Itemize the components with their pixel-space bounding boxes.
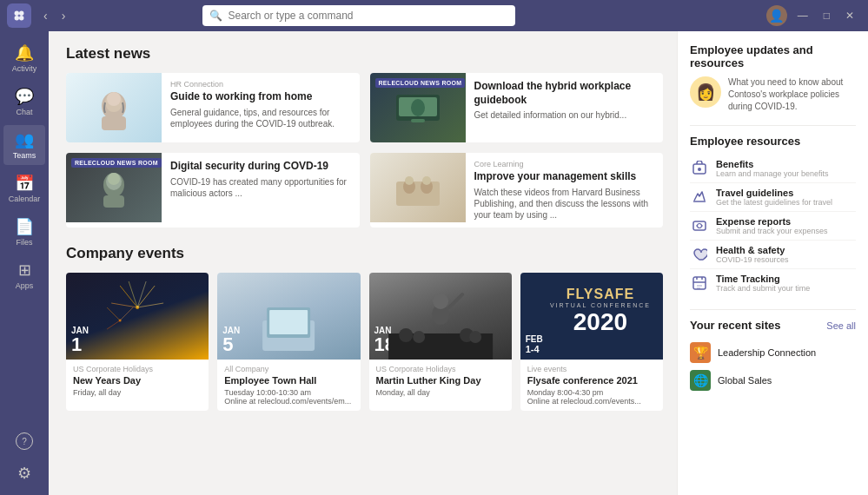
calendar-icon: 📅	[15, 174, 34, 193]
events-grid: JAN 1	[66, 273, 663, 411]
site-item-leadership[interactable]: 🏆 Leadership Connection	[690, 339, 856, 366]
news-section-title: Latest news	[66, 45, 663, 63]
see-all-button[interactable]: See all	[826, 320, 856, 331]
sidebar-label-teams: Teams	[13, 151, 36, 160]
event-body-2: All Company Employee Town Hall Tuesday 1…	[217, 360, 360, 411]
resource-list: Benefits Learn and manage your benefits …	[690, 155, 856, 297]
settings-icon: ⚙	[17, 464, 31, 483]
news-thumb-3: RELECLOUD NEWS ROOM	[66, 153, 162, 222]
resource-item-health[interactable]: Health & safety COVID-19 resources	[690, 241, 856, 269]
sidebar: 🔔 Activity 💬 Chat 👥 Teams 📅 Calendar 📄 F…	[0, 31, 49, 495]
news-grid: HR Connection Guide to working from home…	[66, 73, 663, 228]
resource-item-expense[interactable]: Expense reports Submit and track your ex…	[690, 212, 856, 241]
event-card-4[interactable]: FEB 1-4 FLYSAFE VIRTUAL CONFERENCE 2020 …	[520, 273, 663, 411]
svg-line-27	[137, 281, 146, 307]
svg-point-39	[399, 328, 413, 342]
event-category-2: All Company	[224, 365, 353, 373]
event-card-1[interactable]: JAN 1	[66, 273, 209, 411]
svg-point-2	[15, 16, 19, 20]
minimize-button[interactable]: —	[791, 8, 815, 23]
resource-item-travel[interactable]: Travel guidelines Get the latest guideli…	[690, 183, 856, 212]
news-source-1: HR Connection	[170, 80, 353, 89]
global-sales-logo: 🌐	[690, 370, 711, 391]
search-bar[interactable]: 🔍	[202, 5, 515, 26]
activity-icon: 🔔	[15, 43, 34, 63]
event-time-2: Tuesday 10:00-10:30 am Online at releclo…	[224, 388, 353, 406]
sidebar-label-calendar: Calendar	[9, 195, 41, 203]
maximize-button[interactable]: □	[817, 8, 837, 23]
svg-point-20	[422, 176, 431, 185]
nav-back-button[interactable]: ‹	[38, 7, 53, 24]
resource-title-benefits: Benefits	[716, 159, 856, 169]
titlebar-controls: 👤 — □ ✕	[766, 5, 861, 26]
resource-body-time: Time Tracking Track and submit your time	[716, 274, 856, 293]
sidebar-bottom: ? ⚙	[3, 427, 45, 488]
divider-2	[690, 309, 856, 310]
sidebar-label-activity: Activity	[12, 64, 37, 73]
apps-icon: ⊞	[18, 261, 31, 280]
travel-icon	[690, 188, 709, 207]
resource-title-travel: Travel guidelines	[716, 188, 856, 198]
resource-desc-time: Track and submit your time	[716, 284, 856, 293]
files-icon: 📄	[15, 217, 34, 236]
resource-body-health: Health & safety COVID-19 resources	[716, 245, 856, 264]
expense-icon	[690, 216, 709, 235]
resource-title-expense: Expense reports	[716, 216, 856, 227]
right-panel: Employee updates and resources 👩 What yo…	[677, 31, 868, 495]
svg-point-44	[698, 168, 701, 171]
main-content: Latest news	[49, 31, 677, 495]
nav-forward-button[interactable]: ›	[56, 7, 71, 24]
teams-icon: 👥	[15, 130, 34, 149]
svg-rect-47	[693, 277, 706, 289]
news-thumb-4	[370, 153, 466, 222]
resource-body-travel: Travel guidelines Get the latest guideli…	[716, 188, 856, 207]
event-title-2: Employee Town Hall	[224, 375, 353, 386]
sidebar-item-activity[interactable]: 🔔 Activity	[3, 38, 45, 78]
svg-rect-14	[103, 195, 124, 208]
news-card-1[interactable]: HR Connection Guide to working from home…	[66, 73, 360, 142]
benefits-icon	[690, 159, 709, 178]
employee-updates-title: Employee updates and resources	[690, 43, 856, 69]
news-card-2[interactable]: RELECLOUD NEWS ROOM Download the hybrid …	[370, 73, 664, 142]
svg-point-42	[469, 331, 481, 343]
news-desc-1: General guidance, tips, and resources fo…	[170, 107, 353, 129]
sidebar-item-help[interactable]: ?	[3, 427, 45, 455]
event-card-2[interactable]: JAN 5 All Company Employee Town Hall Tue…	[217, 273, 360, 411]
svg-rect-11	[411, 119, 425, 122]
flysafe-sub: VIRTUAL CONFERENCE	[550, 302, 651, 308]
event-title-1: New Years Day	[73, 375, 202, 386]
sidebar-item-apps[interactable]: ⊞ Apps	[3, 255, 45, 295]
leadership-logo: 🏆	[690, 342, 711, 363]
news-desc-3: COVID-19 has created many opportunities …	[170, 176, 353, 199]
svg-point-15	[108, 173, 120, 185]
resource-item-benefits[interactable]: Benefits Learn and manage your benefits	[690, 155, 856, 183]
sidebar-item-files[interactable]: 📄 Files	[3, 212, 45, 252]
close-button[interactable]: ✕	[838, 8, 861, 23]
site-name-leadership: Leadership Connection	[718, 347, 816, 358]
news-card-3[interactable]: RELECLOUD NEWS ROOM Digital security dur…	[66, 153, 360, 228]
news-card-4[interactable]: Core Learning Improve your management sk…	[370, 153, 664, 228]
svg-line-24	[137, 303, 163, 307]
resource-item-time[interactable]: Time Tracking Track and submit your time	[690, 269, 856, 297]
sidebar-item-teams[interactable]: 👥 Teams	[3, 125, 45, 165]
titlebar: ‹ › 🔍 👤 — □ ✕	[0, 0, 868, 31]
event-body-1: US Corporate Holidays New Years Day Frid…	[66, 360, 209, 402]
news-thumb-2: RELECLOUD NEWS ROOM	[370, 73, 466, 142]
event-time-3: Monday, all day	[376, 388, 505, 397]
sidebar-item-settings[interactable]: ⚙	[3, 459, 45, 488]
event-card-3[interactable]: JAN 18	[369, 273, 512, 411]
sidebar-item-chat[interactable]: 💬 Chat	[3, 82, 45, 122]
sites-header: Your recent sites See all	[690, 319, 856, 332]
news-body-1: HR Connection Guide to working from home…	[170, 73, 360, 142]
highlight-text: What you need to know about Contoso's wo…	[728, 76, 856, 113]
avatar[interactable]: 👤	[766, 5, 787, 26]
event-thumb-3: JAN 18	[369, 273, 512, 360]
svg-line-38	[449, 294, 462, 307]
health-icon	[690, 245, 709, 264]
svg-rect-45	[693, 221, 706, 230]
sidebar-item-calendar[interactable]: 📅 Calendar	[3, 168, 45, 208]
svg-rect-16	[396, 182, 440, 206]
search-input[interactable]	[228, 10, 508, 22]
svg-line-22	[120, 286, 137, 307]
site-item-global-sales[interactable]: 🌐 Global Sales	[690, 366, 856, 394]
